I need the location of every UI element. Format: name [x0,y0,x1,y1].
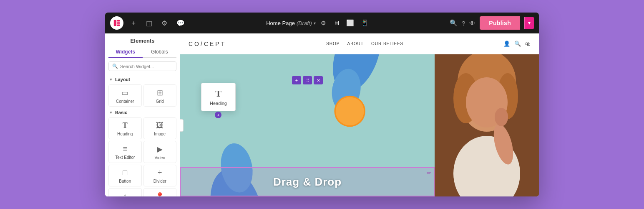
image-label: Image [154,132,166,136]
toolbar-left: ＋ ◫ ⚙ 💬 [110,16,187,30]
chat-icon[interactable]: 💬 [174,18,187,29]
svg-rect-2 [117,22,120,24]
video-label: Video [155,155,165,160]
page-title-chevron[interactable]: ▾ [314,21,316,25]
search-box[interactable]: 🔍 [108,61,176,71]
svg-rect-3 [117,25,120,26]
video-icon: ▶ [157,145,163,154]
add-icon[interactable]: ＋ [128,17,139,29]
nav-our-beliefs[interactable]: OUR BELIEFS [371,41,403,46]
page-title: Home Page (Draft) ▾ [266,20,316,26]
basic-toggle[interactable]: ▼ [109,111,113,115]
tab-widgets[interactable]: Widgets [108,46,143,58]
layout-section-header: ▼ Layout [105,74,180,84]
text-editor-icon: ≡ [123,145,127,153]
canvas-body: Drag & Drop ✏ T Heading + [180,54,539,196]
canvas-left-section: Drag & Drop ✏ T Heading + [180,54,435,196]
heading-label: Heading [117,132,133,136]
preview-icon[interactable]: 👁 [469,20,475,27]
sidebar-title: Elements [105,33,180,46]
widget-grid[interactable]: ⊞ Grid [143,84,177,107]
help-icon[interactable]: ? [462,20,465,27]
widget-spacer[interactable]: ↕ Spacer [108,188,142,196]
grid-icon: ⊞ [157,88,163,97]
layout-widgets-grid: ▭ Container ⊞ Grid [105,84,180,107]
basic-widgets-grid: T Heading 🖼 Image ≡ Text Editor ▶ Video … [105,117,180,196]
context-close-btn[interactable]: ✕ [314,76,323,84]
widget-image[interactable]: 🖼 Image [143,117,177,139]
grid-label: Grid [156,99,164,104]
divider-label: Divider [153,179,166,184]
search-nav-icon[interactable]: 🔍 [514,41,521,47]
widget-divider[interactable]: ÷ Divider [143,165,177,186]
drag-drop-text: Drag & Drop [273,176,342,189]
heading-icon: T [123,121,128,130]
svg-point-10 [336,97,364,125]
site-nav-links: SHOP ABOUT OUR BELIEFS [326,41,403,46]
toolbar-right: 🔍 ? 👁 Publish ▾ [450,16,534,30]
right-photo [435,54,539,196]
main-content: Elements Widgets Globals 🔍 ▼ Layout ▭ Co… [105,33,539,196]
elementor-logo[interactable] [110,16,123,30]
svg-rect-0 [114,20,116,26]
svg-rect-1 [117,20,120,22]
settings-icon[interactable]: ⚙ [321,20,326,26]
layers-icon[interactable]: ◫ [143,18,155,29]
collapse-panel-arrow[interactable]: ‹ [180,119,184,132]
canvas: CO/CEPT SHOP ABOUT OUR BELIEFS 👤 🔍 🛍 [180,33,539,196]
site-nav-icons: 👤 🔍 🛍 [503,41,531,47]
search-toolbar-icon[interactable]: 🔍 [450,19,458,27]
spacer-icon: ↕ [123,192,127,196]
site-preview: CO/CEPT SHOP ABOUT OUR BELIEFS 👤 🔍 🛍 [180,33,539,196]
top-toolbar: ＋ ◫ ⚙ 💬 Home Page (Draft) ▾ ⚙ 🖥 ⬜ 📱 🔍 ? … [105,13,539,33]
context-add-btn[interactable]: + [292,76,301,84]
cart-icon[interactable]: 🛍 [525,41,531,47]
site-navbar: CO/CEPT SHOP ABOUT OUR BELIEFS 👤 🔍 🛍 [180,33,539,54]
button-label: Button [119,179,131,184]
drag-drop-overlay: Drag & Drop ✏ [180,167,435,196]
widget-button[interactable]: □ Button [108,165,142,186]
publish-button[interactable]: Publish [480,16,520,30]
draft-label: (Draft) [297,20,312,26]
context-grid-btn[interactable]: ⠿ [303,76,312,84]
button-icon: □ [123,168,127,177]
sidebar-tabs: Widgets Globals [108,46,176,58]
canvas-right-section [435,54,539,196]
heading-drag-label: Heading [210,101,227,106]
widget-google-maps[interactable]: 📍 Google Maps [143,188,177,196]
drop-indicator: + [215,112,221,118]
nav-about[interactable]: ABOUT [347,41,363,46]
toolbar-center: Home Page (Draft) ▾ ⚙ 🖥 ⬜ 📱 [187,18,450,28]
site-logo: CO/CEPT [189,41,226,47]
user-icon[interactable]: 👤 [503,41,510,47]
divider-icon: ÷ [158,168,162,177]
editor-window: ＋ ◫ ⚙ 💬 Home Page (Draft) ▾ ⚙ 🖥 ⬜ 📱 🔍 ? … [105,13,539,196]
desktop-view-btn[interactable]: 🖥 [331,18,342,28]
widget-video[interactable]: ▶ Video [143,141,177,163]
tab-globals[interactable]: Globals [143,46,177,57]
widget-heading[interactable]: T Heading [108,117,142,139]
device-buttons: 🖥 ⬜ 📱 [331,18,371,28]
container-icon: ▭ [121,88,128,97]
search-input[interactable] [120,64,173,69]
page-title-text: Home Page [266,20,295,26]
tablet-view-btn[interactable]: ⬜ [344,18,356,28]
layout-toggle[interactable]: ▼ [109,78,113,82]
text-editor-label: Text Editor [115,155,135,160]
context-bar: + ⠿ ✕ [292,76,323,84]
canvas-image-bg: Drag & Drop ✏ T Heading + [180,54,435,196]
container-label: Container [116,99,134,104]
mobile-view-btn[interactable]: 📱 [359,18,371,28]
image-icon: 🖼 [156,121,164,130]
widget-container[interactable]: ▭ Container [108,84,142,107]
google-maps-icon: 📍 [155,192,164,196]
heading-drag-icon: T [215,88,221,99]
svg-point-20 [495,108,508,126]
basic-section-label: Basic [115,110,127,115]
edit-pencil-icon[interactable]: ✏ [427,170,431,176]
heading-widget-drag: T Heading + [201,83,236,111]
nav-shop[interactable]: SHOP [326,41,340,46]
customize-icon[interactable]: ⚙ [159,18,170,29]
publish-chevron-button[interactable]: ▾ [524,17,534,29]
widget-text-editor[interactable]: ≡ Text Editor [108,141,142,163]
